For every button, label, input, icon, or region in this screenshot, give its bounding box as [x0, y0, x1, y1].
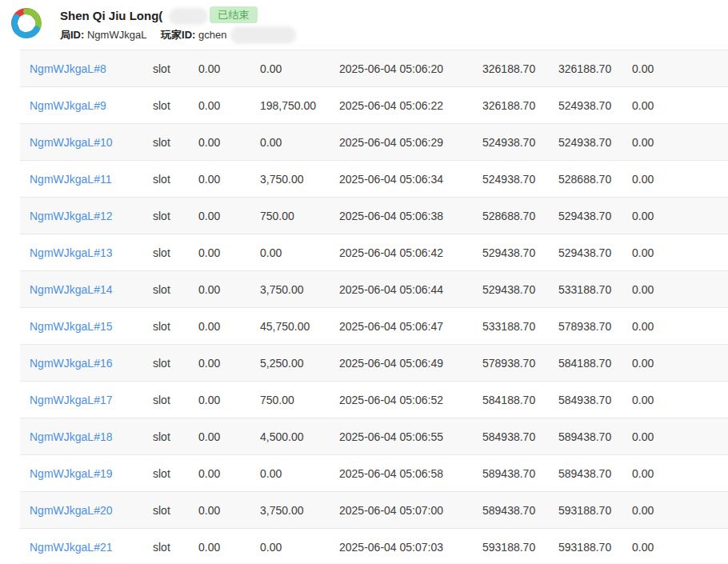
win-amount-cell: 0.00	[260, 136, 339, 149]
win-amount-cell: 3,750.00	[260, 283, 339, 296]
game-title: Shen Qi Jiu Long(	[60, 9, 162, 22]
bet-cell: 0.00	[198, 541, 260, 554]
bet-cell: 0.00	[198, 430, 260, 443]
time-cell: 2025-06-04 05:06:42	[339, 246, 482, 259]
bet-cell: 0.00	[198, 62, 260, 75]
balance-before-cell: 528688.70	[482, 210, 558, 222]
extra-value-cell: 0.00	[632, 136, 728, 149]
balance-before-cell: 326188.70	[482, 62, 558, 75]
game-type-cell: slot	[153, 283, 198, 296]
round-id-link[interactable]: NgmWJkgaL#14	[20, 283, 153, 296]
round-id-link[interactable]: NgmWJkgaL#12	[20, 210, 153, 222]
game-type-cell: slot	[153, 99, 198, 112]
table-row: NgmWJkgaL#11slot0.003,750.002025-06-04 0…	[20, 161, 728, 198]
win-amount-cell: 0.00	[260, 62, 339, 75]
balance-before-cell: 589438.70	[482, 467, 558, 480]
win-amount-cell: 750.00	[260, 394, 339, 406]
extra-value-cell: 0.00	[632, 320, 728, 333]
round-id-link[interactable]: NgmWJkgaL#10	[20, 136, 153, 149]
table-row: NgmWJkgaL#10slot0.000.002025-06-04 05:06…	[20, 124, 728, 161]
time-cell: 2025-06-04 05:06:29	[339, 136, 482, 149]
win-amount-cell: 198,750.00	[260, 99, 339, 112]
balance-after-cell: 593188.70	[558, 504, 632, 517]
player-id-label: 玩家ID:	[161, 29, 195, 41]
game-type-cell: slot	[153, 62, 198, 75]
table-row: NgmWJkgaL#9slot0.00198,750.002025-06-04 …	[20, 87, 728, 124]
redacted-player-blur	[230, 26, 296, 44]
balance-before-cell: 533188.70	[482, 320, 558, 333]
time-cell: 2025-06-04 05:06:38	[339, 210, 482, 222]
balance-before-cell: 578938.70	[482, 357, 558, 370]
bet-cell: 0.00	[198, 394, 260, 406]
extra-value-cell: 0.00	[632, 283, 728, 296]
bet-cell: 0.00	[198, 99, 260, 112]
win-amount-cell: 3,750.00	[260, 504, 339, 517]
round-id-link[interactable]: NgmWJkgaL#18	[20, 430, 153, 443]
round-id-link[interactable]: NgmWJkgaL#16	[20, 357, 153, 370]
round-id-link[interactable]: NgmWJkgaL#13	[20, 246, 153, 259]
balance-before-cell: 593188.70	[482, 541, 558, 554]
extra-value-cell: 0.00	[632, 504, 728, 517]
time-cell: 2025-06-04 05:06:44	[339, 283, 482, 296]
balance-after-cell: 529438.70	[558, 246, 632, 259]
win-amount-cell: 3,750.00	[260, 173, 339, 186]
balance-after-cell: 529438.70	[558, 210, 632, 222]
bet-cell: 0.00	[198, 210, 260, 222]
game-type-cell: slot	[153, 357, 198, 370]
round-id-label: 局ID:	[60, 29, 84, 41]
time-cell: 2025-06-04 05:06:20	[339, 62, 482, 75]
balance-after-cell: 593188.70	[558, 541, 632, 554]
balance-after-cell: 524938.70	[558, 99, 632, 112]
game-type-cell: slot	[153, 394, 198, 406]
balance-after-cell: 533188.70	[558, 283, 632, 296]
round-id-value: NgmWJkgaL	[87, 29, 146, 41]
round-id-link[interactable]: NgmWJkgaL#19	[20, 467, 153, 480]
bet-cell: 0.00	[198, 246, 260, 259]
balance-after-cell: 524938.70	[558, 136, 632, 149]
round-id-link[interactable]: NgmWJkgaL#8	[20, 62, 153, 75]
extra-value-cell: 0.00	[632, 173, 728, 186]
win-amount-cell: 4,500.00	[260, 430, 339, 443]
balance-after-cell: 584938.70	[558, 394, 632, 406]
win-amount-cell: 0.00	[260, 467, 339, 480]
round-id-link[interactable]: NgmWJkgaL#11	[20, 173, 153, 186]
win-amount-cell: 750.00	[260, 210, 339, 222]
balance-after-cell: 589438.70	[558, 430, 632, 443]
extra-value-cell: 0.00	[632, 394, 728, 406]
extra-value-cell: 0.00	[632, 210, 728, 222]
table-row: NgmWJkgaL#15slot0.0045,750.002025-06-04 …	[20, 308, 728, 345]
balance-before-cell: 326188.70	[482, 99, 558, 112]
game-type-cell: slot	[153, 541, 198, 554]
bet-cell: 0.00	[198, 173, 260, 186]
game-type-cell: slot	[153, 430, 198, 443]
game-type-cell: slot	[153, 504, 198, 517]
game-type-cell: slot	[153, 136, 198, 149]
balance-after-cell: 589438.70	[558, 467, 632, 480]
table-row: NgmWJkgaL#21slot0.000.002025-06-04 05:07…	[20, 529, 728, 564]
table-row: NgmWJkgaL#19slot0.000.002025-06-04 05:06…	[20, 455, 728, 492]
game-logo-icon	[8, 5, 45, 42]
win-amount-cell: 5,250.00	[260, 357, 339, 370]
round-id-link[interactable]: NgmWJkgaL#17	[20, 394, 153, 406]
win-amount-cell: 45,750.00	[260, 320, 339, 333]
table-row: NgmWJkgaL#20slot0.003,750.002025-06-04 0…	[20, 492, 728, 529]
round-id-link[interactable]: NgmWJkgaL#20	[20, 504, 153, 517]
extra-value-cell: 0.00	[632, 62, 728, 75]
game-type-cell: slot	[153, 246, 198, 259]
balance-after-cell: 584188.70	[558, 357, 632, 370]
time-cell: 2025-06-04 05:06:52	[339, 394, 482, 406]
round-id-link[interactable]: NgmWJkgaL#21	[20, 541, 153, 554]
time-cell: 2025-06-04 05:06:58	[339, 467, 482, 480]
bet-cell: 0.00	[198, 320, 260, 333]
game-meta-line: 局ID: NgmWJkgaL 玩家ID: gchen	[60, 28, 238, 42]
extra-value-cell: 0.00	[632, 467, 728, 480]
status-badge: 已结束	[210, 6, 258, 23]
round-id-link[interactable]: NgmWJkgaL#9	[20, 99, 153, 112]
extra-value-cell: 0.00	[632, 99, 728, 112]
bet-cell: 0.00	[198, 357, 260, 370]
bet-cell: 0.00	[198, 504, 260, 517]
round-id-link[interactable]: NgmWJkgaL#15	[20, 320, 153, 333]
game-type-cell: slot	[153, 467, 198, 480]
balance-before-cell: 589438.70	[482, 504, 558, 517]
extra-value-cell: 0.00	[632, 430, 728, 443]
